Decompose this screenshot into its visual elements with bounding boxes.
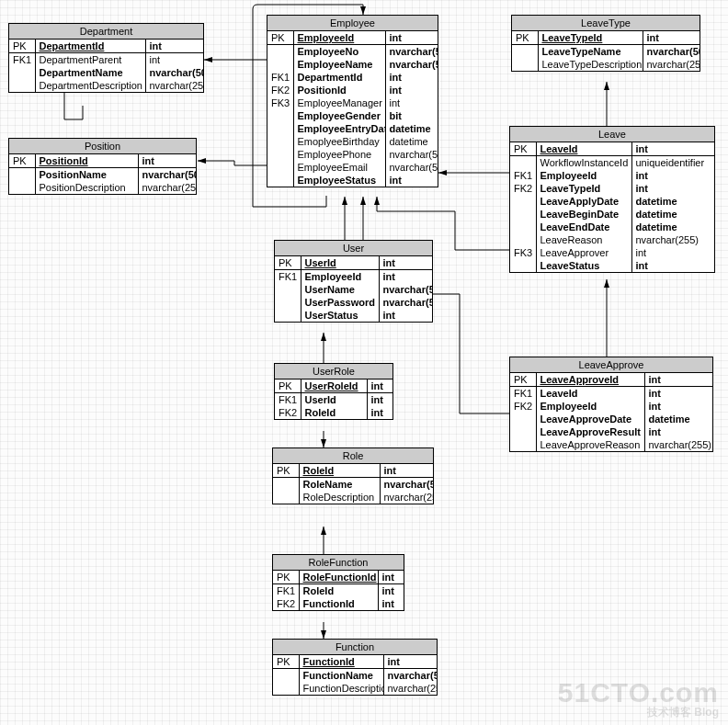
field-name: LeaveApproveDate: [536, 413, 644, 425]
field-type: nvarchar(255): [383, 682, 437, 695]
key-cell: [267, 174, 293, 187]
key-cell: [510, 195, 536, 208]
key-cell: PK: [273, 655, 299, 669]
key-cell: [267, 122, 293, 135]
key-cell: [267, 58, 293, 71]
field-type: int: [367, 406, 392, 419]
entity-title: Position: [9, 139, 196, 154]
key-cell: FK1: [9, 53, 35, 66]
key-cell: FK1: [267, 71, 293, 84]
field-type: nvarchar(255): [644, 438, 712, 451]
field-type: int: [145, 40, 203, 53]
field-type: int: [644, 400, 712, 413]
field-type: nvarchar(255): [380, 491, 433, 504]
field-name: UserName: [301, 283, 379, 296]
key-cell: [510, 156, 536, 169]
key-cell: [510, 221, 536, 233]
field-type: int: [145, 53, 203, 66]
field-type: datetime: [631, 221, 714, 233]
field-name: EmployeeId: [536, 169, 631, 182]
key-cell: PK: [512, 31, 538, 45]
field-name: EmployeeEntryDate: [293, 122, 385, 135]
field-name: DepartmentId: [293, 71, 385, 84]
field-name: FunctionDescription: [299, 682, 383, 695]
field-name: EmoplyeeBirthday: [293, 135, 385, 148]
key-cell: [267, 161, 293, 174]
key-cell: [9, 168, 35, 181]
field-type: int: [385, 174, 438, 187]
key-cell: PK: [267, 31, 293, 45]
field-name: RoleFunctionId: [299, 571, 378, 584]
field-name: WorkflowInstanceId: [536, 156, 631, 169]
field-name: DepartmentParent: [35, 53, 145, 66]
key-cell: FK2: [273, 597, 299, 610]
field-type: nvarchar(50): [385, 45, 438, 58]
field-type: int: [378, 571, 404, 584]
field-type: nvarchar(50): [385, 58, 438, 71]
field-type: int: [631, 246, 714, 259]
field-name: LeaveReason: [536, 233, 631, 246]
key-cell: [512, 58, 538, 71]
entity-title: LeaveApprove: [510, 357, 712, 373]
entity-title: Employee: [267, 16, 438, 31]
entity-userrole: UserRole PKUserRoleIdintFK1UserIdintFK2R…: [274, 363, 393, 420]
entity-title: Function: [273, 640, 437, 655]
field-name: EmployeeId: [301, 270, 379, 283]
field-name: EmployeeGender: [293, 109, 385, 122]
field-name: PositionId: [35, 154, 138, 168]
entity-leave: Leave PKLeaveIdintWorkflowInstanceIduniq…: [509, 126, 715, 273]
key-cell: [273, 478, 299, 491]
field-name: LeaveTypeName: [538, 45, 643, 58]
key-cell: PK: [273, 571, 299, 584]
field-type: datetime: [385, 135, 438, 148]
field-type: nvarchar(50): [379, 283, 432, 296]
field-type: int: [383, 655, 437, 669]
field-name: LeaveApproveReason: [536, 438, 644, 451]
field-type: datetime: [644, 413, 712, 425]
watermark: 51CTO.com 技术博客 Blog: [558, 679, 719, 718]
field-name: EmployeeStatus: [293, 174, 385, 187]
field-type: nvarchar(255): [138, 181, 196, 194]
field-type: int: [379, 309, 432, 322]
field-name: LeaveTypeDescription: [538, 58, 643, 71]
field-type: int: [367, 393, 392, 406]
field-type: int: [631, 142, 714, 156]
field-name: RoleId: [299, 584, 378, 597]
field-type: int: [378, 584, 404, 597]
entity-leavetype: LeaveType PKLeaveTypeIdintLeaveTypeNamen…: [511, 15, 700, 72]
key-cell: [510, 233, 536, 246]
field-type: int: [379, 270, 432, 283]
field-name: EmployeeManager: [293, 96, 385, 109]
field-name: LeaveApprover: [536, 246, 631, 259]
key-cell: PK: [9, 40, 35, 53]
entity-employee: Employee PKEmployeeIdintEmployeeNonvarch…: [267, 15, 438, 187]
field-type: int: [385, 71, 438, 84]
field-name: UserRoleId: [301, 379, 367, 393]
key-cell: PK: [275, 379, 301, 393]
entity-rolefunction: RoleFunction PKRoleFunctionIdintFK1RoleI…: [272, 554, 404, 611]
field-name: DepartmentDescription: [35, 79, 145, 92]
field-type: int: [631, 169, 714, 182]
field-name: RoleId: [299, 464, 380, 478]
field-type: int: [367, 379, 392, 393]
entity-title: User: [275, 241, 432, 256]
field-type: int: [138, 154, 196, 168]
entity-department: Department PKDepartmentIdintFK1Departmen…: [8, 23, 204, 93]
field-name: FunctionId: [299, 597, 378, 610]
field-type: int: [644, 387, 712, 400]
field-name: RoleName: [299, 478, 380, 491]
field-type: nvarchar(255): [631, 233, 714, 246]
entity-position: Position PKPositionIdintPositionNamenvar…: [8, 138, 197, 195]
key-cell: [510, 438, 536, 451]
key-cell: [267, 109, 293, 122]
key-cell: FK1: [510, 169, 536, 182]
field-type: nvarchar(50): [379, 296, 432, 309]
field-name: PositionDescription: [35, 181, 138, 194]
key-cell: [267, 148, 293, 161]
entity-title: RoleFunction: [273, 555, 404, 571]
field-type: int: [643, 31, 700, 45]
field-type: nvarchar(50): [383, 669, 437, 682]
field-type: bit: [385, 109, 438, 122]
field-name: LeaveId: [536, 387, 644, 400]
field-name: LeaveStatus: [536, 259, 631, 272]
